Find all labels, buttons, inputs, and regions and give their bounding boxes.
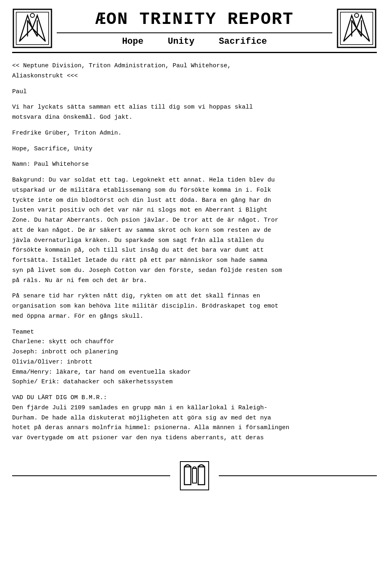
logo-right (336, 8, 377, 49)
attributes-block: Hope, Sacrifice, Unity (12, 144, 377, 154)
svg-rect-19 (192, 468, 197, 483)
svg-line-6 (28, 20, 37, 36)
subtitle-unity: Unity (168, 36, 194, 47)
svg-rect-18 (198, 467, 205, 485)
logo-left (12, 8, 53, 49)
svg-marker-11 (357, 15, 370, 41)
team-block: Teamet Charlene: skytt och chaufför Jose… (12, 327, 377, 388)
footer-line-left (12, 475, 170, 476)
name-line-block: Namn: Paul Whitehorse (12, 160, 377, 170)
vad-block: VAD DU LÄRT DIG OM B.M.R.: Den fjärde Ju… (12, 393, 377, 443)
svg-rect-17 (184, 467, 191, 485)
subtitle-sacrifice: Sacrifice (219, 36, 267, 47)
intro-block: << Neptune Division, Triton Administrati… (12, 61, 377, 81)
background-block: Bakgrund: Du var soldat ett tag. Legokne… (12, 175, 377, 286)
svg-marker-3 (32, 15, 45, 41)
svg-line-14 (352, 20, 361, 36)
paragraph1-block: Vi har lyckats sätta samman ett alias ti… (12, 103, 377, 123)
subtitle-line: Hope Unity Sacrifice (57, 32, 332, 47)
svg-marker-2 (19, 15, 32, 41)
signature-block: Fredrike Grüber, Triton Admin. (12, 128, 377, 139)
footer (12, 455, 377, 492)
subtitle-hope: Hope (122, 36, 143, 47)
svg-point-7 (30, 13, 34, 17)
svg-marker-10 (344, 15, 357, 41)
header-center: ÆON TRINITY REPORT Hope Unity Sacrifice (53, 10, 336, 46)
main-title: ÆON TRINITY REPORT (57, 10, 332, 29)
footer-symbol (178, 460, 211, 492)
header: ÆON TRINITY REPORT Hope Unity Sacrifice (12, 8, 377, 53)
content: << Neptune Division, Triton Administrati… (12, 61, 377, 443)
paragraph2-block: På senare tid har rykten nått dig, rykte… (12, 291, 377, 321)
footer-line-right (219, 475, 377, 476)
svg-point-15 (355, 13, 359, 17)
greeting-block: Paul (12, 87, 377, 97)
page: ÆON TRINITY REPORT Hope Unity Sacrifice (0, 0, 389, 588)
